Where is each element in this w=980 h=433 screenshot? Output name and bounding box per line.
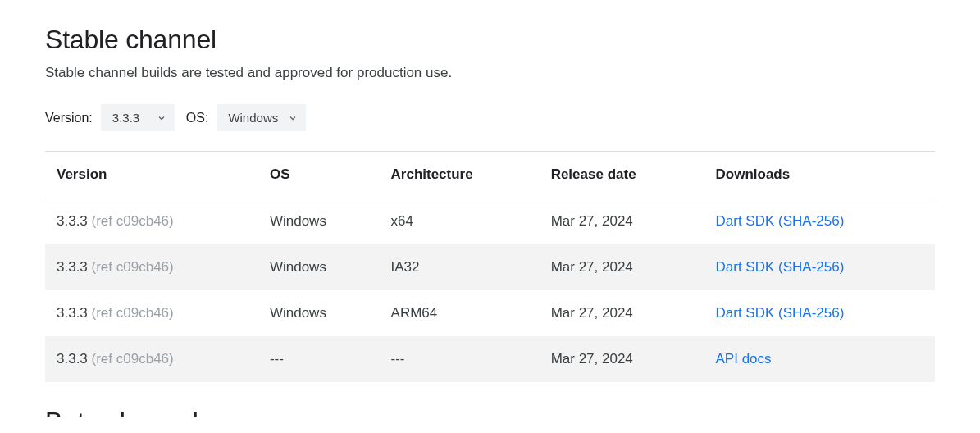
download-link[interactable]: Dart SDK: [716, 305, 775, 321]
cell-os: ---: [258, 336, 380, 382]
cell-version: 3.3.3 (ref c09cb46): [45, 290, 258, 336]
version-select-value: 3.3.3: [112, 111, 139, 125]
chevron-down-icon: [157, 113, 166, 123]
os-select[interactable]: Windows: [217, 104, 306, 131]
version-text: 3.3.3: [57, 259, 92, 275]
cell-release-date: Mar 27, 2024: [540, 290, 704, 336]
version-text: 3.3.3: [57, 351, 92, 367]
version-ref: (ref c09cb46): [92, 305, 174, 321]
cell-release-date: Mar 27, 2024: [540, 336, 704, 382]
version-select[interactable]: 3.3.3: [101, 104, 175, 131]
version-filter-label: Version:: [45, 111, 93, 125]
downloads-table: Version OS Architecture Release date Dow…: [45, 151, 935, 382]
cell-version: 3.3.3 (ref c09cb46): [45, 244, 258, 290]
download-link[interactable]: API docs: [716, 351, 772, 367]
cell-architecture: ---: [380, 336, 540, 382]
sha-link[interactable]: (SHA-256): [778, 213, 844, 229]
cell-architecture: ARM64: [380, 290, 540, 336]
cell-downloads: API docs: [704, 336, 935, 382]
download-link[interactable]: Dart SDK: [716, 259, 775, 275]
sha-link[interactable]: (SHA-256): [778, 305, 844, 321]
header-release-date: Release date: [540, 152, 704, 198]
cell-release-date: Mar 27, 2024: [540, 244, 704, 290]
download-link[interactable]: Dart SDK: [716, 213, 775, 229]
cell-release-date: Mar 27, 2024: [540, 198, 704, 245]
section-heading: Stable channel: [45, 25, 935, 55]
header-architecture: Architecture: [380, 152, 540, 198]
cell-downloads: Dart SDK (SHA-256): [704, 198, 935, 245]
header-downloads: Downloads: [704, 152, 935, 198]
os-select-value: Windows: [228, 111, 278, 125]
next-section-heading: Beta channel: [45, 407, 935, 417]
section-description: Stable channel builds are tested and app…: [45, 65, 935, 81]
cell-os: Windows: [258, 290, 380, 336]
sha-link[interactable]: (SHA-256): [778, 259, 844, 275]
version-text: 3.3.3: [57, 305, 92, 321]
chevron-down-icon: [288, 113, 298, 123]
version-ref: (ref c09cb46): [92, 213, 174, 229]
cell-downloads: Dart SDK (SHA-256): [704, 244, 935, 290]
cell-os: Windows: [258, 244, 380, 290]
table-row: 3.3.3 (ref c09cb46)Windowsx64Mar 27, 202…: [45, 198, 935, 245]
cell-version: 3.3.3 (ref c09cb46): [45, 198, 258, 245]
cell-downloads: Dart SDK (SHA-256): [704, 290, 935, 336]
cell-os: Windows: [258, 198, 380, 245]
header-version: Version: [45, 152, 258, 198]
header-os: OS: [258, 152, 380, 198]
table-row: 3.3.3 (ref c09cb46)WindowsARM64Mar 27, 2…: [45, 290, 935, 336]
version-ref: (ref c09cb46): [92, 259, 174, 275]
table-header-row: Version OS Architecture Release date Dow…: [45, 152, 935, 198]
os-filter-label: OS:: [186, 111, 209, 125]
filters-row: Version: 3.3.3 OS: Windows: [45, 104, 935, 131]
table-row: 3.3.3 (ref c09cb46)WindowsIA32Mar 27, 20…: [45, 244, 935, 290]
version-text: 3.3.3: [57, 213, 92, 229]
version-ref: (ref c09cb46): [92, 351, 174, 367]
cell-architecture: IA32: [380, 244, 540, 290]
table-row: 3.3.3 (ref c09cb46)------Mar 27, 2024API…: [45, 336, 935, 382]
cell-architecture: x64: [380, 198, 540, 245]
cell-version: 3.3.3 (ref c09cb46): [45, 336, 258, 382]
